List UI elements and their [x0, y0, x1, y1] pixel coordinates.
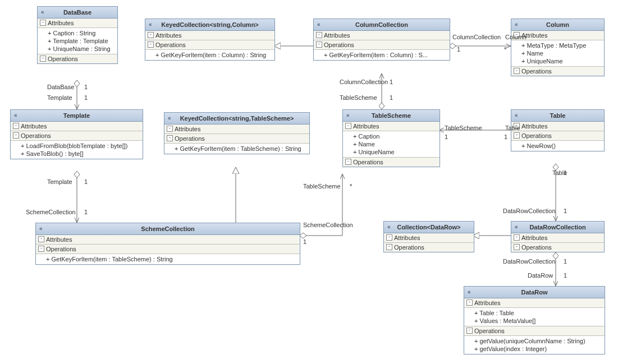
minus-icon: - [13, 123, 19, 129]
attributes-header[interactable]: -Attributes [38, 19, 117, 28]
class-title: « DataBase [38, 7, 117, 19]
class-name: Table [550, 112, 566, 119]
operations-header[interactable]: -Operations [511, 131, 604, 141]
label-template: Template [47, 178, 72, 185]
minus-icon: - [514, 68, 520, 74]
collapse-icon: « [39, 225, 43, 232]
label-datarow: DataRow [528, 272, 553, 279]
attributes-header[interactable]: -Attributes [511, 122, 604, 131]
minus-icon: - [316, 42, 322, 48]
label-datarowcollection: DataRowCollection [503, 208, 556, 214]
class-name: KeyedCollection<string,Column> [161, 21, 259, 28]
operations-header[interactable]: -Operations [36, 245, 300, 254]
operations-header[interactable]: -Operations [464, 326, 605, 336]
attributes-header[interactable]: -Attributes [511, 233, 604, 243]
label-tablescheme: TableScheme [303, 183, 341, 190]
class-name: DataRow [521, 289, 547, 296]
attributes-header[interactable]: -Attributes [36, 235, 300, 245]
label-one: 1 [564, 258, 567, 265]
collapse-icon: « [14, 112, 17, 118]
minus-icon: - [386, 244, 392, 250]
collapse-icon: « [515, 224, 518, 230]
minus-icon: - [514, 234, 520, 241]
attributes-header[interactable]: -Attributes [314, 31, 450, 40]
minus-icon: - [514, 244, 520, 250]
label-one: 1 [84, 178, 88, 185]
class-datarow-collection[interactable]: « DataRowCollection -Attributes -Operati… [511, 221, 605, 252]
class-title: « KeyedCollection<string,TableScheme> [164, 113, 309, 125]
collapse-icon: « [317, 21, 321, 27]
collapse-icon: « [468, 289, 471, 295]
operations-list: + LoadFromBlob(blobTemplate : byte[]) + … [11, 141, 143, 159]
label-one: 1 [564, 272, 567, 279]
attributes-list: + Table : Table + Values : MetaValue[] [464, 308, 605, 326]
minus-icon: - [13, 132, 19, 139]
attributes-header[interactable]: -Attributes [384, 233, 474, 243]
class-name: SchemeCollection [141, 225, 194, 232]
label-tablescheme: TableScheme [340, 94, 377, 101]
class-collection-datarow[interactable]: « Collection<DataRow> -Attributes -Opera… [383, 221, 474, 252]
label-column: Column [505, 34, 527, 40]
class-title: « ColumnCollection [314, 19, 450, 31]
class-table[interactable]: « Table -Attributes -Operations + NewRow… [511, 109, 605, 151]
operations-list: + getValue(uniqueColumnName : String) + … [464, 336, 605, 354]
class-datarow[interactable]: « DataRow -Attributes + Table : Table + … [464, 286, 605, 354]
class-tablescheme[interactable]: « TableScheme -Attributes + Caption + Na… [342, 109, 440, 167]
operations-header[interactable]: -Operations [511, 67, 604, 76]
class-name: Column [546, 21, 569, 28]
label-one: 1 [457, 46, 460, 53]
label-star: * [350, 183, 352, 190]
class-name: KeyedCollection<string,TableScheme> [180, 115, 294, 122]
label-one: 1 [564, 208, 567, 214]
operations-header[interactable]: -Operations [314, 40, 450, 50]
class-column-collection[interactable]: « ColumnCollection -Attributes -Operatio… [313, 19, 450, 61]
operations-header[interactable]: -Operations [343, 158, 440, 167]
class-name: DataBase [63, 9, 91, 16]
attributes-header[interactable]: -Attributes [164, 125, 309, 134]
label-star: * [504, 46, 506, 53]
operations-header[interactable]: -Operations [38, 54, 117, 63]
class-title: « SchemeCollection [36, 223, 300, 235]
label-schemecollection: SchemeCollection [303, 222, 353, 228]
minus-icon: - [345, 123, 351, 129]
attributes-header[interactable]: -Attributes [11, 122, 143, 131]
class-template[interactable]: « Template -Attributes -Operations + Loa… [10, 109, 143, 159]
operations-header[interactable]: -Operations [511, 243, 604, 252]
class-column[interactable]: « Column -Attributes + MetaType : MetaTy… [511, 19, 605, 76]
collapse-icon: « [168, 115, 171, 121]
label-table: Table [505, 125, 520, 131]
label-one: 1 [445, 133, 448, 140]
label-template: Template [47, 94, 72, 101]
class-name: Template [63, 112, 90, 119]
operations-header[interactable]: -Operations [164, 134, 309, 144]
class-scheme-collection[interactable]: « SchemeCollection -Attributes -Operatio… [35, 223, 300, 265]
operations-header[interactable]: -Operations [384, 243, 474, 252]
operations-header[interactable]: -Operations [11, 131, 143, 141]
operations-header[interactable]: -Operations [145, 40, 274, 50]
label-schemecollection: SchemeCollection [26, 209, 76, 215]
attributes-header[interactable]: -Attributes [343, 122, 440, 131]
label-tablescheme: TableScheme [445, 125, 482, 131]
attributes-header[interactable]: -Attributes [145, 31, 274, 40]
class-keyed-tablescheme[interactable]: « KeyedCollection<string,TableScheme> -A… [164, 112, 310, 154]
class-title: « Table [511, 110, 604, 122]
class-name: ColumnCollection [355, 21, 408, 28]
class-title: « DataRow [464, 287, 605, 298]
minus-icon: - [167, 135, 173, 141]
class-keyed-column[interactable]: « KeyedCollection<string,Column> -Attrib… [145, 19, 275, 61]
minus-icon: - [148, 42, 154, 48]
minus-icon: - [386, 234, 392, 241]
minus-icon: - [345, 159, 351, 165]
class-title: « TableScheme [343, 110, 440, 122]
attributes-list: + MetaType : MetaType + Name + UniqueNam… [511, 40, 604, 67]
minus-icon: - [466, 300, 473, 306]
class-title: « Collection<DataRow> [384, 222, 474, 233]
operations-list: + GetKeyForItem(item : TableScheme) : St… [164, 144, 309, 154]
class-name: Collection<DataRow> [397, 224, 460, 231]
collapse-icon: « [346, 112, 350, 118]
attributes-header[interactable]: -Attributes [464, 298, 605, 308]
operations-list: + GetKeyForItem(item : Column) : String [145, 50, 274, 60]
label-columncollection: ColumnCollection [452, 34, 501, 40]
class-database[interactable]: « DataBase -Attributes + Caption : Strin… [37, 6, 118, 64]
collapse-icon: « [515, 21, 518, 27]
